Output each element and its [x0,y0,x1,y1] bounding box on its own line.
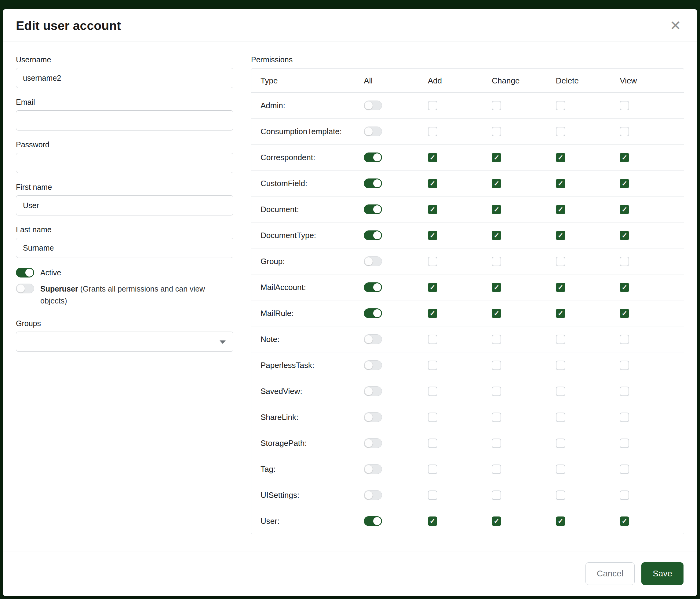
permission-view-checkbox[interactable] [620,413,629,422]
permission-view-checkbox[interactable] [620,464,629,474]
permission-change-checkbox[interactable] [492,438,501,448]
permission-change-checkbox[interactable] [492,153,501,162]
permission-all-toggle[interactable] [364,231,382,240]
permission-delete-checkbox[interactable] [556,490,565,500]
permission-change-checkbox[interactable] [492,179,501,188]
permission-delete-checkbox[interactable] [556,153,565,162]
permission-change-checkbox[interactable] [492,490,501,500]
permission-view-checkbox[interactable] [620,257,629,266]
email-input[interactable] [16,110,233,130]
permission-view-checkbox[interactable] [620,153,629,162]
permission-change-checkbox[interactable] [492,309,501,318]
permission-change-checkbox[interactable] [492,257,501,266]
permission-all-toggle[interactable] [364,152,382,162]
permission-add-checkbox[interactable] [428,361,438,370]
first-name-field-group: First name [16,183,233,215]
permission-delete-checkbox[interactable] [556,231,565,240]
permission-change-checkbox[interactable] [492,231,501,240]
permission-add-checkbox[interactable] [428,127,438,136]
permission-add-checkbox[interactable] [428,335,438,344]
permission-all-toggle[interactable] [364,516,382,526]
save-button[interactable]: Save [641,562,683,585]
permission-delete-checkbox[interactable] [556,387,565,396]
permission-all-toggle[interactable] [364,490,382,500]
permission-add-checkbox[interactable] [428,464,438,474]
permission-change-checkbox[interactable] [492,387,501,396]
permission-change-checkbox[interactable] [492,127,501,136]
permission-all-toggle[interactable] [364,308,382,318]
permission-all-toggle[interactable] [364,205,382,214]
close-button[interactable]: ✕ [667,18,683,33]
permission-add-checkbox[interactable] [428,517,438,526]
permission-add-checkbox[interactable] [428,153,438,162]
permission-type-label: Correspondent: [260,153,315,162]
permission-delete-checkbox[interactable] [556,438,565,448]
permission-delete-checkbox[interactable] [556,205,565,214]
permission-view-checkbox[interactable] [620,517,629,526]
permission-type-label: PaperlessTask: [260,361,314,370]
permission-view-checkbox[interactable] [620,387,629,396]
permission-change-checkbox[interactable] [492,205,501,214]
permission-add-checkbox[interactable] [428,231,438,240]
permission-delete-checkbox[interactable] [556,257,565,266]
permission-add-checkbox[interactable] [428,490,438,500]
permission-change-checkbox[interactable] [492,335,501,344]
permission-view-checkbox[interactable] [620,438,629,448]
permission-add-checkbox[interactable] [428,205,438,214]
permission-add-checkbox[interactable] [428,387,438,396]
permission-add-checkbox[interactable] [428,257,438,266]
permission-delete-checkbox[interactable] [556,361,565,370]
first-name-label: First name [16,183,233,192]
username-input[interactable] [16,68,233,88]
permission-delete-checkbox[interactable] [556,413,565,422]
permission-add-checkbox[interactable] [428,413,438,422]
permission-view-checkbox[interactable] [620,205,629,214]
permission-all-toggle[interactable] [364,360,382,370]
permission-all-toggle[interactable] [364,100,382,110]
permission-all-toggle[interactable] [364,386,382,396]
permission-all-toggle[interactable] [364,464,382,474]
permission-add-checkbox[interactable] [428,438,438,448]
permission-add-checkbox[interactable] [428,283,438,292]
permission-delete-checkbox[interactable] [556,283,565,292]
permission-all-toggle[interactable] [364,257,382,266]
password-input[interactable] [16,153,233,173]
permission-delete-checkbox[interactable] [556,464,565,474]
permission-delete-checkbox[interactable] [556,101,565,110]
permission-view-checkbox[interactable] [620,179,629,188]
groups-select[interactable] [16,332,233,352]
permission-view-checkbox[interactable] [620,231,629,240]
permission-all-toggle[interactable] [364,412,382,422]
permission-all-toggle[interactable] [364,282,382,292]
permission-delete-checkbox[interactable] [556,179,565,188]
permission-add-checkbox[interactable] [428,179,438,188]
permission-view-checkbox[interactable] [620,490,629,500]
last-name-input[interactable] [16,238,233,258]
permission-change-checkbox[interactable] [492,413,501,422]
first-name-input[interactable] [16,195,233,215]
permission-view-checkbox[interactable] [620,101,629,110]
permission-delete-checkbox[interactable] [556,517,565,526]
permission-view-checkbox[interactable] [620,361,629,370]
permission-delete-checkbox[interactable] [556,309,565,318]
permission-change-checkbox[interactable] [492,361,501,370]
permission-change-checkbox[interactable] [492,283,501,292]
permission-change-checkbox[interactable] [492,101,501,110]
permission-all-toggle[interactable] [364,178,382,188]
permission-delete-checkbox[interactable] [556,335,565,344]
permission-view-checkbox[interactable] [620,309,629,318]
superuser-toggle[interactable] [16,284,34,293]
permission-all-toggle[interactable] [364,126,382,136]
permission-add-checkbox[interactable] [428,101,438,110]
permission-delete-checkbox[interactable] [556,127,565,136]
permission-change-checkbox[interactable] [492,517,501,526]
active-toggle[interactable] [16,268,34,278]
permission-view-checkbox[interactable] [620,283,629,292]
cancel-button[interactable]: Cancel [585,562,635,585]
permission-view-checkbox[interactable] [620,335,629,344]
permission-change-checkbox[interactable] [492,464,501,474]
permission-view-checkbox[interactable] [620,127,629,136]
permission-all-toggle[interactable] [364,438,382,448]
permission-all-toggle[interactable] [364,334,382,344]
permission-add-checkbox[interactable] [428,309,438,318]
